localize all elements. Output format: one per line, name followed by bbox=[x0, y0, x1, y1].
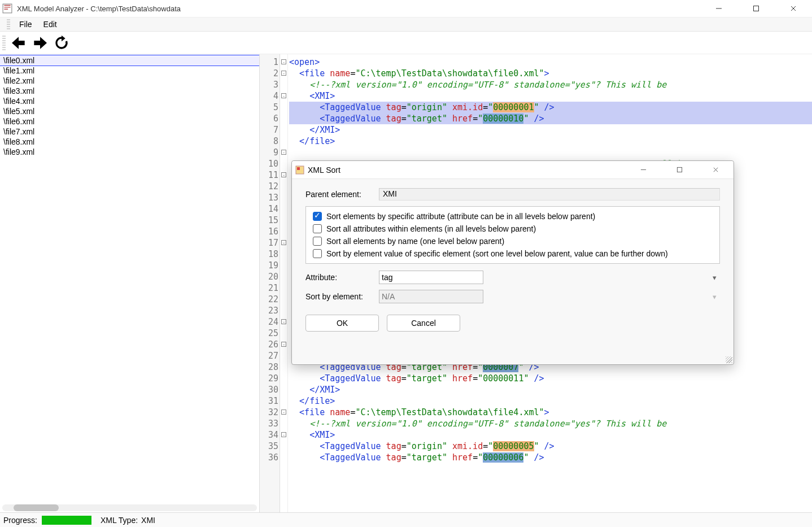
dialog-maximize-button[interactable] bbox=[667, 162, 692, 178]
file-list-item[interactable]: \file0.xml bbox=[0, 55, 259, 66]
parent-element-label: Parent element: bbox=[305, 190, 379, 199]
file-list-item[interactable]: \file6.xml bbox=[0, 116, 259, 127]
sort-option-checkbox[interactable] bbox=[313, 224, 322, 233]
progress-bar bbox=[42, 516, 91, 525]
menu-bar: File Edit bbox=[0, 17, 812, 32]
sort-option-label: Sort elements by specific attribute (att… bbox=[326, 212, 595, 221]
sort-options-group: Sort elements by specific attribute (att… bbox=[305, 206, 720, 264]
dock-grip-icon bbox=[7, 19, 10, 29]
fold-toggle[interactable]: - bbox=[281, 150, 286, 155]
sort-option[interactable]: Sort all attributes within elements (in … bbox=[311, 223, 715, 235]
svg-rect-3 bbox=[297, 167, 300, 170]
file-list-panel: \file0.xml\file1.xml\file2.xml\file3.xml… bbox=[0, 54, 260, 512]
xmltype-value: XMI bbox=[141, 516, 155, 525]
minimize-button[interactable] bbox=[706, 0, 732, 17]
file-list-item[interactable]: \file5.xml bbox=[0, 106, 259, 116]
parent-element-field: XMI bbox=[379, 188, 720, 201]
dialog-titlebar: XML Sort bbox=[292, 161, 734, 179]
fold-toggle[interactable]: - bbox=[281, 59, 286, 64]
horizontal-scrollbar[interactable] bbox=[2, 504, 257, 511]
line-number-gutter: 1234567891011121314151617181920212223242… bbox=[260, 54, 280, 512]
sort-option-label: Sort all elements by name (one level bel… bbox=[326, 237, 504, 246]
refresh-button[interactable] bbox=[51, 33, 72, 53]
dock-grip-icon bbox=[2, 36, 6, 50]
sort-by-element-label: Sort by element: bbox=[305, 292, 379, 301]
status-bar: Progress: XML Type: XMI bbox=[0, 512, 812, 527]
fold-toggle[interactable]: - bbox=[281, 432, 286, 437]
fold-toggle[interactable]: - bbox=[281, 71, 286, 76]
svg-rect-1 bbox=[754, 6, 759, 11]
fold-column[interactable]: ---------- bbox=[280, 54, 288, 512]
maximize-button[interactable] bbox=[743, 0, 769, 17]
dialog-close-button[interactable] bbox=[703, 162, 728, 178]
sort-option-label: Sort all attributes within elements (in … bbox=[326, 224, 536, 233]
sort-option-label: Sort by element value of specific elemen… bbox=[326, 249, 668, 258]
dialog-icon bbox=[295, 165, 304, 175]
fold-toggle[interactable]: - bbox=[281, 93, 286, 98]
sort-option-checkbox[interactable] bbox=[313, 249, 322, 258]
sort-option[interactable]: Sort all elements by name (one level bel… bbox=[311, 235, 715, 247]
fold-toggle[interactable]: - bbox=[281, 342, 286, 347]
sort-option-checkbox[interactable] bbox=[313, 237, 322, 246]
dialog-minimize-button[interactable] bbox=[631, 162, 656, 178]
window-title: XML Model Analyzer - C:\temp\TestData\sh… bbox=[17, 5, 706, 13]
sort-by-element-select bbox=[379, 290, 483, 303]
sort-option-checkbox[interactable] bbox=[313, 212, 322, 221]
file-list-item[interactable]: \file9.xml bbox=[0, 147, 259, 157]
file-list-item[interactable]: \file2.xml bbox=[0, 76, 259, 86]
close-button[interactable] bbox=[780, 0, 806, 17]
app-icon bbox=[2, 3, 12, 14]
back-button[interactable] bbox=[8, 33, 29, 53]
file-list-item[interactable]: \file7.xml bbox=[0, 127, 259, 137]
sort-option[interactable]: Sort by element value of specific elemen… bbox=[311, 247, 715, 260]
sort-option[interactable]: Sort elements by specific attribute (att… bbox=[311, 210, 715, 223]
file-list-item[interactable]: \file8.xml bbox=[0, 137, 259, 147]
ok-button[interactable]: OK bbox=[305, 315, 379, 332]
resize-grip-icon[interactable] bbox=[726, 356, 732, 363]
menu-file[interactable]: File bbox=[14, 18, 38, 31]
forward-button[interactable] bbox=[29, 33, 51, 53]
dialog-title: XML Sort bbox=[308, 165, 631, 175]
xml-sort-dialog: XML Sort Parent element: XMI Sort elemen… bbox=[291, 160, 734, 365]
menu-edit[interactable]: Edit bbox=[38, 18, 63, 31]
fold-toggle[interactable]: - bbox=[281, 172, 286, 177]
attribute-label: Attribute: bbox=[305, 273, 379, 282]
fold-toggle[interactable]: - bbox=[281, 410, 286, 415]
attribute-select[interactable] bbox=[379, 271, 483, 284]
window-titlebar: XML Model Analyzer - C:\temp\TestData\sh… bbox=[0, 0, 812, 17]
progress-label: Progress: bbox=[3, 516, 37, 525]
toolbar bbox=[0, 32, 812, 54]
svg-rect-4 bbox=[677, 167, 682, 172]
xmltype-label: XML Type: bbox=[101, 516, 138, 525]
chevron-down-icon: ▾ bbox=[713, 273, 717, 282]
file-list-item[interactable]: \file4.xml bbox=[0, 96, 259, 106]
chevron-down-icon: ▾ bbox=[713, 293, 717, 301]
fold-toggle[interactable]: - bbox=[281, 240, 286, 245]
cancel-button[interactable]: Cancel bbox=[387, 315, 460, 332]
fold-toggle[interactable]: - bbox=[281, 319, 286, 324]
file-list-item[interactable]: \file1.xml bbox=[0, 66, 259, 76]
file-list-item[interactable]: \file3.xml bbox=[0, 86, 259, 96]
